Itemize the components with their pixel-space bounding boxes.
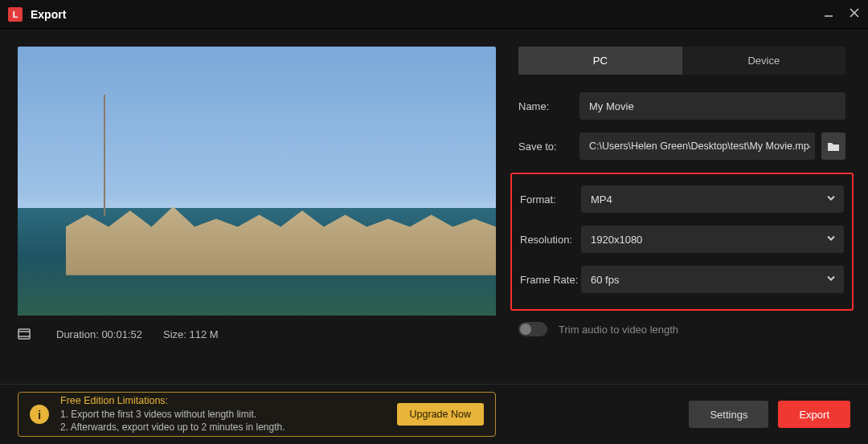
free-edition-banner: i Free Edition Limitations: 1. Export th… [18,392,496,437]
format-settings-highlight: Format: MP4 Resolution: 1920x1080 [510,173,854,311]
resolution-label: Resolution: [520,234,581,246]
framerate-select[interactable]: 60 fps [581,266,844,293]
target-tabs: PC Device [518,47,845,75]
video-preview [18,47,496,316]
browse-button[interactable] [821,132,845,160]
tab-pc[interactable]: PC [518,47,682,75]
duration-text: Duration: 00:01:52 [56,328,142,340]
name-label: Name: [518,100,579,112]
titlebar: L Export [0,0,868,29]
film-icon [18,328,35,340]
chevron-down-icon [826,234,836,246]
settings-button[interactable]: Settings [689,401,768,428]
close-button[interactable] [849,7,860,21]
window-title: Export [31,8,66,21]
export-button[interactable]: Export [778,401,850,428]
name-input[interactable] [579,92,845,120]
video-meta: Duration: 00:01:52 Size: 112 M [18,328,496,340]
trim-audio-label: Trim audio to video length [559,324,678,336]
saveto-input[interactable] [579,132,815,160]
saveto-label: Save to: [518,141,579,153]
app-logo-icon: L [8,7,23,22]
limits-line1: 1. Export the first 3 videos without len… [60,408,285,421]
svg-rect-3 [18,329,30,339]
chevron-down-icon [826,274,836,286]
format-select[interactable]: MP4 [581,185,844,213]
resolution-select[interactable]: 1920x1080 [581,226,844,253]
limits-line2: 2. Afterwards, export video up to 2 minu… [60,421,285,434]
limits-heading: Free Edition Limitations: [60,394,285,408]
info-icon: i [30,405,49,424]
trim-audio-toggle[interactable] [518,322,547,336]
tab-device[interactable]: Device [682,47,846,75]
size-text: Size: 112 M [163,328,219,340]
upgrade-button[interactable]: Upgrade Now [397,403,484,426]
format-label: Format: [520,193,581,206]
minimize-button[interactable] [823,7,834,21]
framerate-label: Frame Rate: [520,274,581,286]
chevron-down-icon [826,193,836,206]
